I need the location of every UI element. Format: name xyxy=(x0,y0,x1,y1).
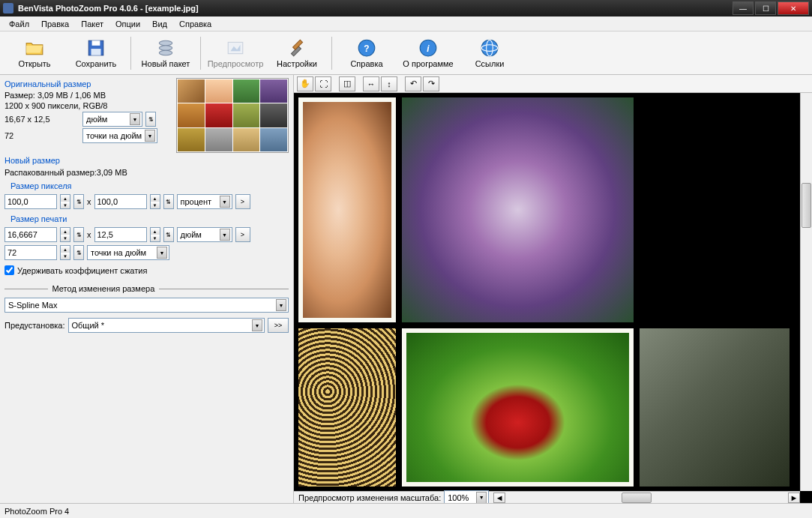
chevron-down-icon: ▼ xyxy=(252,319,262,331)
preview-area: ✋ ⛶ ◫ ↔ ↕ ↶ ↷ xyxy=(294,75,812,503)
unpacked-size: Распакованный размер:3,09 MB xyxy=(4,168,289,177)
image-icon xyxy=(226,38,245,58)
zoom-combo[interactable]: 100%▼ xyxy=(444,490,489,504)
preset-more-button[interactable]: >> xyxy=(268,318,289,333)
settings-button[interactable]: Настройки xyxy=(267,34,327,73)
toolbar-label: Настройки xyxy=(277,59,317,68)
horizontal-scroll-track[interactable] xyxy=(519,493,775,503)
toolbar: Открыть Сохранить Новый пакет Предпросмо… xyxy=(0,31,812,75)
window-title: BenVista PhotoZoom Pro 4.0.6 - [example.… xyxy=(18,4,733,13)
statusbar: PhotoZoom Pro 4 xyxy=(0,503,812,518)
chevron-down-icon: ▼ xyxy=(476,492,487,504)
print-dpi-unit-combo[interactable]: точки на дюйм▼ xyxy=(87,245,169,260)
scroll-right-button[interactable]: ► xyxy=(788,493,800,503)
lock-button[interactable]: ⇅ xyxy=(163,227,174,242)
lock-button[interactable]: ⇅ xyxy=(73,227,84,242)
undo-button[interactable]: ↶ xyxy=(405,76,421,91)
resize-method-combo[interactable]: S-Spline Max▼ xyxy=(4,298,289,313)
spinner[interactable]: ▲▼ xyxy=(60,194,70,209)
open-button[interactable]: Открыть xyxy=(4,34,64,73)
about-button[interactable]: i О программе xyxy=(398,34,458,73)
preview-photo xyxy=(640,328,790,487)
flip-h-button[interactable]: ↔ xyxy=(363,76,379,91)
print-size-title: Размер печати xyxy=(4,213,289,225)
menubar: Файл Правка Пакет Опции Вид Справка xyxy=(0,16,812,31)
thumbnail-preview xyxy=(176,78,289,153)
go-button[interactable]: > xyxy=(235,194,250,209)
toolbar-label: Предпросмотр xyxy=(208,59,264,68)
toolbar-separator xyxy=(130,37,131,70)
print-dpi-input[interactable] xyxy=(4,245,57,260)
menu-view[interactable]: Вид xyxy=(146,18,173,30)
maximize-button[interactable]: ☐ xyxy=(755,1,776,15)
go-button[interactable]: > xyxy=(235,227,250,242)
times-label: x xyxy=(87,197,91,206)
original-dpi: 72 xyxy=(4,131,79,140)
resize-method-title: Метод изменения размера xyxy=(52,284,155,293)
chevron-down-icon: ▼ xyxy=(145,130,155,142)
flip-v-button[interactable]: ↕ xyxy=(381,76,397,91)
toolbar-separator xyxy=(200,37,201,70)
flip-vertical-icon: ↕ xyxy=(387,79,391,88)
lock-button[interactable]: ⇅ xyxy=(145,112,156,127)
svg-point-12 xyxy=(481,40,498,56)
spinner[interactable]: ▲▼ xyxy=(60,245,70,260)
original-dpi-unit-combo[interactable]: точки на дюйм▼ xyxy=(82,128,157,143)
spinner[interactable]: ▲▼ xyxy=(150,227,160,242)
toolbar-label: Открыть xyxy=(18,59,50,68)
preset-label: Предустановка: xyxy=(4,321,65,330)
chevron-down-icon: ▼ xyxy=(157,247,167,259)
original-dimensions: 1200 x 900 пиксели, RGB/8 xyxy=(4,100,172,111)
chevron-down-icon: ▼ xyxy=(130,113,140,125)
lock-button[interactable]: ⇅ xyxy=(73,194,84,209)
toolbar-label: Новый пакет xyxy=(142,59,190,68)
menu-help[interactable]: Справка xyxy=(173,18,217,30)
chevron-down-icon: ▼ xyxy=(276,299,286,311)
pixel-width-input[interactable] xyxy=(4,194,57,209)
menu-edit[interactable]: Правка xyxy=(35,18,75,30)
menu-options[interactable]: Опции xyxy=(109,18,146,30)
preset-combo[interactable]: Общий *▼ xyxy=(68,318,265,333)
redo-button[interactable]: ↷ xyxy=(423,76,439,91)
help-button[interactable]: ? Справка xyxy=(337,34,397,73)
scrollbar-thumb[interactable] xyxy=(802,183,811,228)
preview-button[interactable]: Предпросмотр xyxy=(205,34,265,73)
disk-icon xyxy=(86,38,106,58)
vertical-scrollbar[interactable] xyxy=(800,93,812,491)
scroll-left-button[interactable]: ◄ xyxy=(493,493,505,503)
app-icon xyxy=(3,3,13,13)
pixel-size-title: Размер пикселя xyxy=(4,180,289,192)
crop-tool-button[interactable]: ◫ xyxy=(339,76,355,91)
keep-ratio-checkbox[interactable] xyxy=(4,265,14,275)
canvas[interactable]: Предпросмотр изменения масштаба: 100%▼ ◄… xyxy=(294,93,812,503)
menu-batch[interactable]: Пакет xyxy=(75,18,109,30)
preview-toolbar: ✋ ⛶ ◫ ↔ ↕ ↶ ↷ xyxy=(294,75,812,93)
lock-button[interactable]: ⇅ xyxy=(163,194,174,209)
select-tool-button[interactable]: ⛶ xyxy=(315,76,331,91)
close-button[interactable]: ✕ xyxy=(778,1,809,15)
pixel-unit-combo[interactable]: процент▼ xyxy=(177,194,232,209)
lock-button[interactable]: ⇅ xyxy=(73,245,84,260)
titlebar: BenVista PhotoZoom Pro 4.0.6 - [example.… xyxy=(0,0,812,16)
links-button[interactable]: Ссылки xyxy=(460,34,520,73)
original-size-title: Оригинальный размер xyxy=(4,78,172,90)
original-print-unit-combo[interactable]: дюйм▼ xyxy=(82,112,142,127)
save-button[interactable]: Сохранить xyxy=(66,34,126,73)
hand-icon: ✋ xyxy=(300,79,310,88)
print-unit-combo[interactable]: дюйм▼ xyxy=(177,227,232,242)
times-label: x xyxy=(87,230,91,239)
spinner[interactable]: ▲▼ xyxy=(60,227,70,242)
print-height-input[interactable] xyxy=(94,227,147,242)
menu-file[interactable]: Файл xyxy=(3,18,35,30)
pixel-height-input[interactable] xyxy=(94,194,147,209)
hand-tool-button[interactable]: ✋ xyxy=(297,76,313,91)
new-batch-button[interactable]: Новый пакет xyxy=(136,34,196,73)
help-icon: ? xyxy=(357,38,376,58)
svg-text:?: ? xyxy=(364,43,369,54)
minimize-button[interactable]: — xyxy=(733,1,754,15)
spinner[interactable]: ▲▼ xyxy=(150,194,160,209)
toolbar-label: О программе xyxy=(403,59,453,68)
scrollbar-thumb[interactable] xyxy=(622,493,652,503)
print-width-input[interactable] xyxy=(4,227,57,242)
left-panel: Оригинальный размер Размер: 3,09 MB / 1,… xyxy=(0,75,294,503)
